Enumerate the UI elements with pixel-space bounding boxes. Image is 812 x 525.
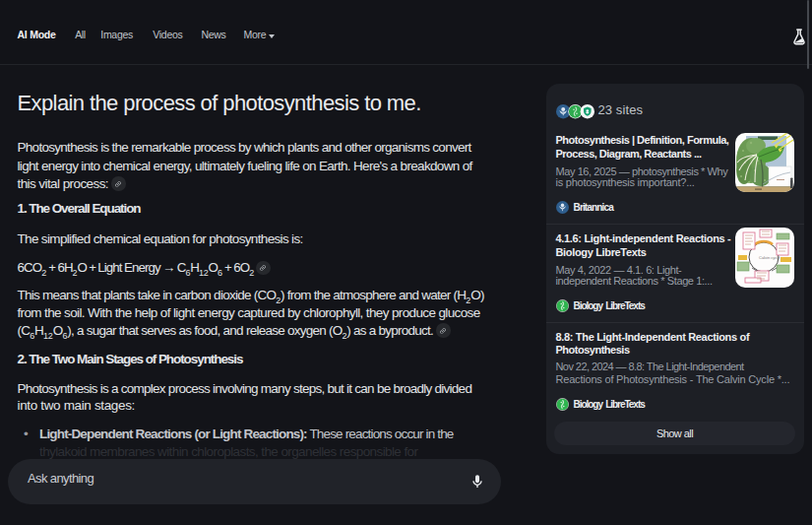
svg-text:Calvin cycle: Calvin cycle (759, 255, 781, 260)
